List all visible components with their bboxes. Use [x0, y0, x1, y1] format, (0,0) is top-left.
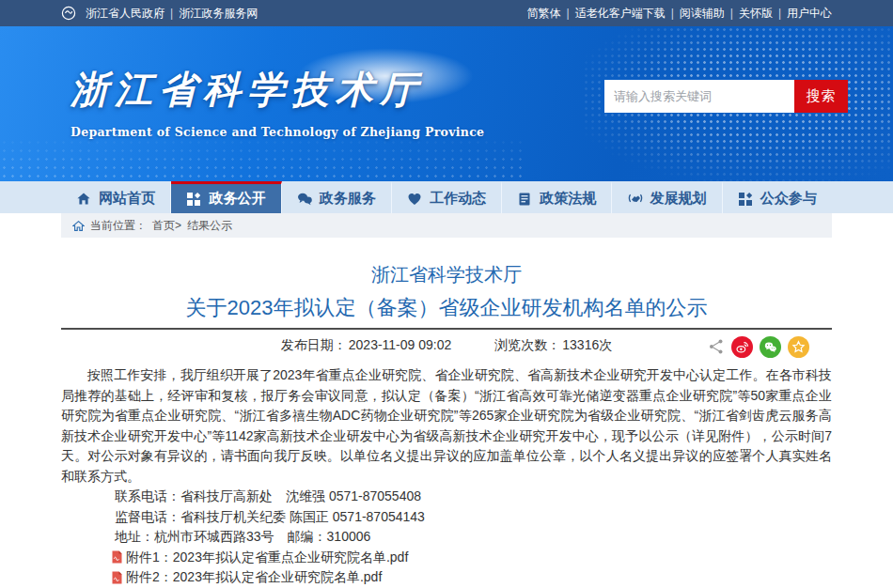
site-title: 浙江省科学技术厅 [70, 64, 484, 116]
wechat-icon [763, 340, 777, 354]
top-utility-bar: 浙江省人民政府 | 浙江政务服务网 简繁体 | 适老化客户端下载 | 阅读辅助 … [0, 0, 893, 26]
pdf-icon [111, 550, 123, 564]
publish-date: 发布日期： 2023-11-09 09:02 [281, 337, 452, 354]
nav-item-home[interactable]: 网站首页 [61, 181, 171, 213]
view-count: 浏览次数： 13316次 [494, 337, 612, 354]
separator: | [778, 7, 781, 20]
topbar-link-user-center[interactable]: 用户中心 [787, 6, 832, 22]
zhejiang-gov-emblem-icon [61, 6, 76, 21]
gov-open-icon [186, 192, 201, 207]
participate-icon [738, 192, 753, 207]
home-icon [76, 192, 91, 207]
nav-item-gov-service[interactable]: 政务服务 [282, 181, 392, 213]
handshake-icon [628, 192, 643, 207]
nav-item-work-news[interactable]: 工作动态 [392, 181, 502, 213]
share-buttons [708, 330, 809, 364]
separator: | [170, 7, 173, 20]
publish-date-label: 发布日期： [281, 337, 347, 354]
nav-item-development-plan[interactable]: 发展规划 [612, 181, 722, 213]
view-count-label: 浏览次数： [494, 337, 560, 354]
nav-item-gov-open[interactable]: 政务公开 [171, 181, 281, 213]
weibo-icon [735, 340, 749, 354]
breadcrumb-label: 当前位置： [90, 218, 147, 234]
address-postcode: 地址：杭州市环城西路33号 邮编：310006 [115, 527, 832, 548]
home-icon [72, 220, 85, 232]
topbar-link-reading-aid[interactable]: 阅读辅助 [680, 6, 725, 22]
article-title-line1: 浙江省科学技术厅 [61, 262, 832, 286]
nav-label: 网站首页 [99, 190, 155, 208]
attachment-link-1[interactable]: 附件1：2023年拟认定省重点企业研究院名单.pdf [126, 548, 408, 568]
share-nodes-icon[interactable] [708, 338, 725, 355]
site-banner: 浙江省科学技术厅 Department of Science and Techn… [0, 26, 893, 181]
separator: | [567, 7, 570, 20]
breadcrumb-wrap: 当前位置： 首页> 结果公示 [0, 213, 893, 238]
separator: | [730, 7, 733, 20]
attachment-list: 附件1：2023年拟认定省重点企业研究院名单.pdf 附件2：2023年拟认定省… [61, 548, 832, 588]
topbar-link-care-version[interactable]: 关怀版 [739, 6, 773, 22]
wechat-share-button[interactable] [760, 336, 781, 358]
article-title-line2: 关于2023年拟认定（备案）省级企业研发机构名单的公示 [61, 294, 832, 322]
separator: | [671, 7, 674, 20]
nav-item-policy[interactable]: 政策法规 [502, 181, 612, 213]
article-meta-bar: 发布日期： 2023-11-09 09:02 浏览次数： 13316次 [61, 328, 832, 362]
breadcrumb-current: 结果公示 [187, 218, 232, 234]
qzone-share-button[interactable] [788, 336, 809, 358]
heart-icon [407, 192, 422, 207]
weibo-share-button[interactable] [731, 336, 753, 358]
chat-bubbles-icon [297, 192, 312, 207]
contact-info: 联系电话：省科技厅高新处 沈维强 0571-87055408 监督电话：省科技厅… [61, 487, 832, 548]
nav-label: 发展规划 [650, 190, 707, 208]
nav-label: 工作动态 [430, 190, 486, 208]
nav-label: 政务服务 [320, 190, 376, 208]
pdf-icon [111, 571, 123, 584]
document-icon [517, 192, 532, 207]
topbar-link-gov[interactable]: 浙江省人民政府 [86, 6, 164, 22]
qzone-star-icon [791, 340, 806, 354]
article-paragraph: 按照工作安排，我厅组织开展了2023年省重点企业研究院、省企业研究院、省高新技术… [61, 365, 832, 487]
topbar-right-links: 简繁体 | 适老化客户端下载 | 阅读辅助 | 关怀版 | 用户中心 [527, 6, 833, 22]
nav-item-public-participation[interactable]: 公众参与 [723, 181, 832, 213]
article: 浙江省科学技术厅 关于2023年拟认定（备案）省级企业研发机构名单的公示 发布日… [0, 238, 893, 588]
publish-date-value: 2023-11-09 09:02 [349, 337, 452, 354]
attachment-row: 附件2：2023年拟认定省企业研究院名单.pdf [111, 567, 832, 588]
search-box: 搜索 [604, 80, 848, 113]
main-navigation: 网站首页 政务公开 政务服务 工作动态 政策法规 [0, 181, 893, 213]
topbar-link-simplified-traditional[interactable]: 简繁体 [527, 6, 561, 22]
topbar-link-elderly-client[interactable]: 适老化客户端下载 [575, 6, 666, 22]
search-button[interactable]: 搜索 [794, 80, 848, 113]
supervision-phone: 监督电话：省科技厅机关纪委 陈国正 0571-87054143 [115, 507, 832, 528]
search-input[interactable] [604, 80, 794, 113]
topbar-link-service-net[interactable]: 浙江政务服务网 [179, 6, 258, 22]
attachment-link-2[interactable]: 附件2：2023年拟认定省企业研究院名单.pdf [126, 567, 382, 588]
nav-label: 公众参与 [760, 190, 817, 208]
topbar-left-links: 浙江省人民政府 | 浙江政务服务网 [61, 6, 258, 22]
site-logo: 浙江省科学技术厅 Department of Science and Techn… [70, 64, 484, 139]
breadcrumb: 当前位置： 首页> 结果公示 [61, 213, 832, 238]
view-count-value: 13316次 [562, 337, 612, 354]
nav-label: 政策法规 [540, 190, 596, 208]
breadcrumb-home-link[interactable]: 首页> [152, 218, 181, 234]
contact-phone: 联系电话：省科技厅高新处 沈维强 0571-87055408 [115, 487, 832, 507]
nav-label: 政务公开 [209, 190, 265, 208]
attachment-row: 附件1：2023年拟认定省重点企业研究院名单.pdf [111, 548, 832, 568]
site-title-english: Department of Science and Technology of … [70, 125, 484, 139]
